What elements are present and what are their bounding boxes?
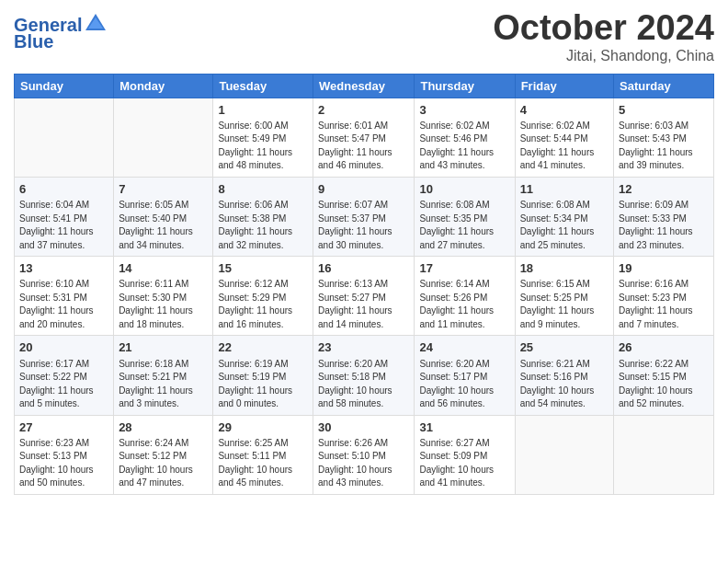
day-number: 18 <box>520 260 609 277</box>
calendar-cell: 3Sunrise: 6:02 AMSunset: 5:46 PMDaylight… <box>415 98 515 177</box>
calendar-cell: 18Sunrise: 6:15 AMSunset: 5:25 PMDayligh… <box>515 257 613 336</box>
calendar-cell: 16Sunrise: 6:13 AMSunset: 5:27 PMDayligh… <box>313 257 415 336</box>
calendar-cell <box>515 415 613 494</box>
calendar-cell: 5Sunrise: 6:03 AMSunset: 5:43 PMDaylight… <box>614 98 714 177</box>
day-number: 2 <box>318 102 409 119</box>
day-number: 31 <box>419 419 509 436</box>
calendar-cell: 15Sunrise: 6:12 AMSunset: 5:29 PMDayligh… <box>213 257 313 336</box>
logo-icon <box>84 12 108 36</box>
day-number: 10 <box>419 181 509 198</box>
col-thursday: Thursday <box>415 74 515 98</box>
cell-content: Sunrise: 6:04 AMSunset: 5:41 PMDaylight:… <box>19 199 108 252</box>
calendar-cell: 26Sunrise: 6:22 AMSunset: 5:15 PMDayligh… <box>614 336 714 415</box>
cell-content: Sunrise: 6:00 AMSunset: 5:49 PMDaylight:… <box>218 120 308 173</box>
cell-content: Sunrise: 6:19 AMSunset: 5:19 PMDaylight:… <box>218 358 308 411</box>
cell-content: Sunrise: 6:05 AMSunset: 5:40 PMDaylight:… <box>119 199 208 252</box>
title-block: October 2024 Jitai, Shandong, China <box>493 9 714 64</box>
calendar-cell: 31Sunrise: 6:27 AMSunset: 5:09 PMDayligh… <box>415 415 515 494</box>
day-number: 5 <box>619 102 709 119</box>
col-saturday: Saturday <box>614 74 714 98</box>
calendar-cell: 12Sunrise: 6:09 AMSunset: 5:33 PMDayligh… <box>614 177 714 256</box>
day-number: 23 <box>318 339 409 356</box>
col-sunday: Sunday <box>15 74 114 98</box>
cell-content: Sunrise: 6:08 AMSunset: 5:34 PMDaylight:… <box>520 199 609 252</box>
cell-content: Sunrise: 6:02 AMSunset: 5:46 PMDaylight:… <box>419 120 509 173</box>
cell-content: Sunrise: 6:25 AMSunset: 5:11 PMDaylight:… <box>218 437 308 490</box>
cell-content: Sunrise: 6:20 AMSunset: 5:18 PMDaylight:… <box>318 358 409 411</box>
main-title: October 2024 <box>493 9 714 48</box>
day-number: 27 <box>19 419 108 436</box>
calendar-cell: 2Sunrise: 6:01 AMSunset: 5:47 PMDaylight… <box>313 98 415 177</box>
cell-content: Sunrise: 6:08 AMSunset: 5:35 PMDaylight:… <box>419 199 509 252</box>
day-number: 15 <box>218 260 308 277</box>
calendar-cell: 27Sunrise: 6:23 AMSunset: 5:13 PMDayligh… <box>15 415 114 494</box>
calendar-cell: 7Sunrise: 6:05 AMSunset: 5:40 PMDaylight… <box>114 177 213 256</box>
day-number: 16 <box>318 260 409 277</box>
cell-content: Sunrise: 6:18 AMSunset: 5:21 PMDaylight:… <box>119 358 208 411</box>
day-number: 17 <box>419 260 509 277</box>
calendar-cell: 30Sunrise: 6:26 AMSunset: 5:10 PMDayligh… <box>313 415 415 494</box>
cell-content: Sunrise: 6:16 AMSunset: 5:23 PMDaylight:… <box>619 278 709 331</box>
calendar-cell: 6Sunrise: 6:04 AMSunset: 5:41 PMDaylight… <box>15 177 114 256</box>
day-number: 8 <box>218 181 308 198</box>
week-row-1: 1Sunrise: 6:00 AMSunset: 5:49 PMDaylight… <box>15 98 714 177</box>
col-wednesday: Wednesday <box>313 74 415 98</box>
day-number: 29 <box>218 419 308 436</box>
calendar-cell <box>614 415 714 494</box>
col-monday: Monday <box>114 74 213 98</box>
week-row-4: 20Sunrise: 6:17 AMSunset: 5:22 PMDayligh… <box>15 336 714 415</box>
day-number: 11 <box>520 181 609 198</box>
calendar-header-row: Sunday Monday Tuesday Wednesday Thursday… <box>15 74 714 98</box>
cell-content: Sunrise: 6:06 AMSunset: 5:38 PMDaylight:… <box>218 199 308 252</box>
cell-content: Sunrise: 6:20 AMSunset: 5:17 PMDaylight:… <box>419 358 509 411</box>
cell-content: Sunrise: 6:10 AMSunset: 5:31 PMDaylight:… <box>19 278 108 331</box>
cell-content: Sunrise: 6:15 AMSunset: 5:25 PMDaylight:… <box>520 278 609 331</box>
subtitle: Jitai, Shandong, China <box>493 48 714 64</box>
calendar-cell: 24Sunrise: 6:20 AMSunset: 5:17 PMDayligh… <box>415 336 515 415</box>
day-number: 20 <box>19 339 108 356</box>
calendar-cell: 22Sunrise: 6:19 AMSunset: 5:19 PMDayligh… <box>213 336 313 415</box>
cell-content: Sunrise: 6:09 AMSunset: 5:33 PMDaylight:… <box>619 199 709 252</box>
calendar-cell: 19Sunrise: 6:16 AMSunset: 5:23 PMDayligh… <box>614 257 714 336</box>
day-number: 26 <box>619 339 709 356</box>
day-number: 6 <box>19 181 108 198</box>
cell-content: Sunrise: 6:03 AMSunset: 5:43 PMDaylight:… <box>619 120 709 173</box>
week-row-5: 27Sunrise: 6:23 AMSunset: 5:13 PMDayligh… <box>15 415 714 494</box>
cell-content: Sunrise: 6:07 AMSunset: 5:37 PMDaylight:… <box>318 199 409 252</box>
calendar-cell <box>114 98 213 177</box>
col-friday: Friday <box>515 74 613 98</box>
cell-content: Sunrise: 6:26 AMSunset: 5:10 PMDaylight:… <box>318 437 409 490</box>
calendar-cell: 4Sunrise: 6:02 AMSunset: 5:44 PMDaylight… <box>515 98 613 177</box>
week-row-3: 13Sunrise: 6:10 AMSunset: 5:31 PMDayligh… <box>15 257 714 336</box>
col-tuesday: Tuesday <box>213 74 313 98</box>
calendar-cell: 21Sunrise: 6:18 AMSunset: 5:21 PMDayligh… <box>114 336 213 415</box>
cell-content: Sunrise: 6:11 AMSunset: 5:30 PMDaylight:… <box>119 278 208 331</box>
cell-content: Sunrise: 6:27 AMSunset: 5:09 PMDaylight:… <box>419 437 509 490</box>
calendar-cell: 9Sunrise: 6:07 AMSunset: 5:37 PMDaylight… <box>313 177 415 256</box>
cell-content: Sunrise: 6:02 AMSunset: 5:44 PMDaylight:… <box>520 120 609 173</box>
day-number: 9 <box>318 181 409 198</box>
calendar-cell: 20Sunrise: 6:17 AMSunset: 5:22 PMDayligh… <box>15 336 114 415</box>
day-number: 19 <box>619 260 709 277</box>
day-number: 4 <box>520 102 609 119</box>
cell-content: Sunrise: 6:12 AMSunset: 5:29 PMDaylight:… <box>218 278 308 331</box>
day-number: 3 <box>419 102 509 119</box>
calendar-cell: 14Sunrise: 6:11 AMSunset: 5:30 PMDayligh… <box>114 257 213 336</box>
day-number: 13 <box>19 260 108 277</box>
day-number: 24 <box>419 339 509 356</box>
calendar-cell: 13Sunrise: 6:10 AMSunset: 5:31 PMDayligh… <box>15 257 114 336</box>
calendar-cell <box>15 98 114 177</box>
cell-content: Sunrise: 6:14 AMSunset: 5:26 PMDaylight:… <box>419 278 509 331</box>
cell-content: Sunrise: 6:22 AMSunset: 5:15 PMDaylight:… <box>619 358 709 411</box>
calendar-cell: 28Sunrise: 6:24 AMSunset: 5:12 PMDayligh… <box>114 415 213 494</box>
calendar-cell: 10Sunrise: 6:08 AMSunset: 5:35 PMDayligh… <box>415 177 515 256</box>
calendar-table: Sunday Monday Tuesday Wednesday Thursday… <box>14 74 714 495</box>
week-row-2: 6Sunrise: 6:04 AMSunset: 5:41 PMDaylight… <box>15 177 714 256</box>
calendar-cell: 17Sunrise: 6:14 AMSunset: 5:26 PMDayligh… <box>415 257 515 336</box>
logo: General Blue <box>14 14 108 51</box>
calendar-cell: 23Sunrise: 6:20 AMSunset: 5:18 PMDayligh… <box>313 336 415 415</box>
day-number: 21 <box>119 339 208 356</box>
cell-content: Sunrise: 6:13 AMSunset: 5:27 PMDaylight:… <box>318 278 409 331</box>
calendar-cell: 29Sunrise: 6:25 AMSunset: 5:11 PMDayligh… <box>213 415 313 494</box>
cell-content: Sunrise: 6:01 AMSunset: 5:47 PMDaylight:… <box>318 120 409 173</box>
